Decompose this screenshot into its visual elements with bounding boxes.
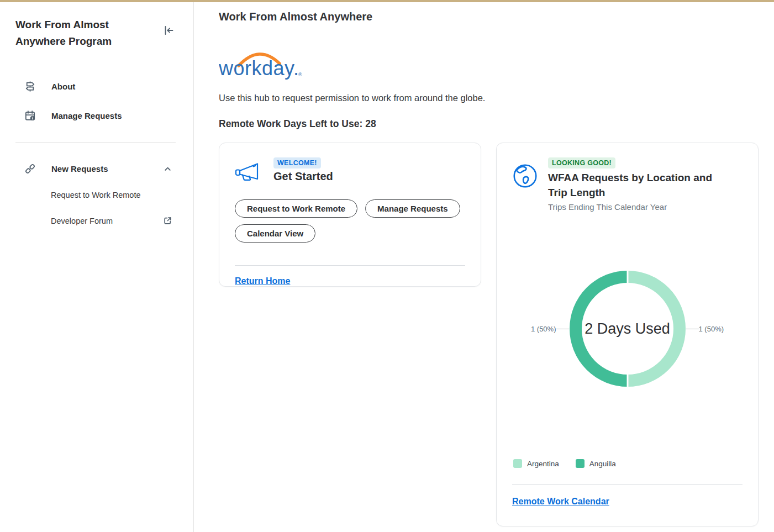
page-layout: Work From Almost Anywhere Program bbox=[0, 2, 774, 532]
sidebar-group-label: New Requests bbox=[51, 164, 108, 173]
legend-item-argentina[interactable]: Argentina bbox=[513, 459, 559, 468]
wfaa-title: WFAA Requests by Location and Trip Lengt… bbox=[548, 170, 733, 200]
main-content: Work From Almost Anywhere workday. ® Use… bbox=[194, 2, 774, 532]
donut-callout-line-left bbox=[556, 329, 569, 329]
donut-center-label: 2 Days Used bbox=[569, 270, 686, 387]
sidebar-item-about[interactable]: About bbox=[15, 72, 176, 101]
sidebar: Work From Almost Anywhere Program bbox=[0, 2, 194, 532]
get-started-card: WELCOME! Get Started Request to Work Rem… bbox=[219, 143, 481, 287]
sidebar-header: Work From Almost Anywhere Program bbox=[15, 17, 176, 50]
quick-action-buttons: Request to Work Remote Manage Requests C… bbox=[235, 199, 465, 243]
hub-description: Use this hub to request permission to wo… bbox=[219, 93, 759, 103]
sidebar-item-label: Manage Requests bbox=[51, 111, 122, 120]
collapse-panel-icon bbox=[162, 24, 175, 36]
welcome-badge: WELCOME! bbox=[273, 157, 321, 168]
legend-label: Argentina bbox=[527, 460, 559, 468]
sidebar-title: Work From Almost Anywhere Program bbox=[15, 17, 126, 50]
workday-logo-registered-mark: ® bbox=[298, 72, 302, 77]
globe-icon bbox=[512, 163, 538, 189]
donut-callout-line-right bbox=[686, 329, 699, 329]
megaphone-icon bbox=[235, 162, 264, 185]
chevron-up-icon[interactable] bbox=[163, 164, 172, 173]
workday-logo-text: workday. bbox=[219, 57, 299, 80]
workday-logo: workday. ® bbox=[219, 48, 318, 82]
sidebar-subitem-label: Request to Work Remote bbox=[51, 191, 141, 199]
manage-requests-button[interactable]: Manage Requests bbox=[365, 199, 460, 218]
sidebar-item-label: About bbox=[51, 82, 75, 91]
wfaa-header: LOOKING GOOD! WFAA Requests by Location … bbox=[512, 157, 743, 212]
sidebar-subitem-label: Developer Forum bbox=[51, 217, 113, 225]
legend-swatch bbox=[576, 459, 585, 468]
card-divider bbox=[512, 484, 743, 485]
chain-link-icon bbox=[24, 163, 36, 175]
calendar-view-button[interactable]: Calendar View bbox=[235, 224, 315, 243]
cards-row: WELCOME! Get Started Request to Work Rem… bbox=[219, 143, 759, 526]
get-started-title: Get Started bbox=[273, 170, 333, 183]
looking-good-badge: LOOKING GOOD! bbox=[548, 157, 615, 168]
wfaa-requests-card: LOOKING GOOD! WFAA Requests by Location … bbox=[496, 143, 759, 526]
sidebar-subitem-developer-forum[interactable]: Developer Forum bbox=[15, 208, 176, 234]
wfaa-heading-block: LOOKING GOOD! WFAA Requests by Location … bbox=[548, 157, 733, 212]
sidebar-nav: About Manage Requests bbox=[15, 72, 176, 234]
chart-legend: Argentina Anguilla bbox=[512, 459, 743, 468]
calendar-info-icon bbox=[24, 110, 36, 122]
sidebar-item-manage-requests[interactable]: Manage Requests bbox=[15, 101, 176, 130]
get-started-header: WELCOME! Get Started bbox=[235, 157, 465, 185]
get-started-heading-block: WELCOME! Get Started bbox=[273, 157, 333, 183]
return-home-link[interactable]: Return Home bbox=[235, 276, 290, 286]
days-left-summary: Remote Work Days Left to Use: 28 bbox=[219, 118, 759, 130]
legend-label: Anguilla bbox=[589, 460, 616, 468]
wfaa-subtitle: Trips Ending This Calendar Year bbox=[548, 202, 733, 212]
sidebar-subitem-request-to-work-remote[interactable]: Request to Work Remote bbox=[15, 182, 176, 208]
donut-chart: 2 Days Used bbox=[569, 270, 686, 387]
request-to-work-remote-button[interactable]: Request to Work Remote bbox=[235, 199, 357, 218]
page-title: Work From Almost Anywhere bbox=[219, 10, 759, 23]
sidebar-divider bbox=[15, 143, 176, 143]
card-divider bbox=[235, 265, 465, 266]
remote-work-calendar-link[interactable]: Remote Work Calendar bbox=[512, 497, 609, 507]
external-link-icon bbox=[163, 216, 172, 225]
donut-chart-row: 1 (50%) 2 Days Used 1 (50%) bbox=[512, 270, 743, 387]
donut-callout-right: 1 (50%) bbox=[699, 325, 724, 333]
collapse-sidebar-button[interactable] bbox=[161, 23, 176, 39]
legend-swatch bbox=[513, 459, 522, 468]
sidebar-group-new-requests[interactable]: New Requests bbox=[15, 155, 176, 182]
donut-callout-left: 1 (50%) bbox=[531, 325, 556, 333]
signpost-icon bbox=[24, 81, 36, 92]
legend-item-anguilla[interactable]: Anguilla bbox=[576, 459, 616, 468]
